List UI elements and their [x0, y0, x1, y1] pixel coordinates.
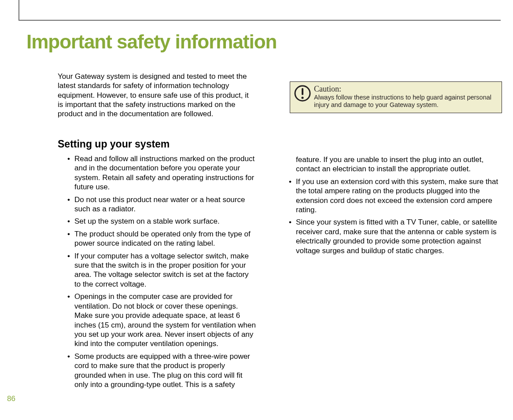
page-number: 86 — [7, 394, 15, 403]
list-item: If you use an extension cord with this s… — [289, 177, 503, 215]
list-item: Set up the system on a stable work surfa… — [67, 217, 257, 226]
svg-rect-1 — [302, 88, 303, 95]
list-item: Openings in the computer case are provid… — [67, 292, 257, 348]
list-item: Do not use this product near water or a … — [67, 195, 257, 214]
caution-body: Always follow these instructions to help… — [314, 94, 497, 109]
caution-label: Caution: — [314, 85, 497, 94]
list-item: If your computer has a voltage selector … — [67, 251, 257, 289]
left-bullet-list: Read and follow all instructions marked … — [67, 154, 257, 389]
right-column: feature. If you are unable to insert the… — [289, 155, 503, 258]
list-item: The product should be operated only from… — [67, 229, 257, 248]
list-item: Some products are equipped with a three-… — [67, 352, 257, 390]
top-rule — [18, 20, 501, 21]
continuation-text: feature. If you are unable to insert the… — [289, 155, 503, 174]
caution-text: Caution: Always follow these instruction… — [314, 85, 497, 109]
caution-box: Caution: Always follow these instruction… — [290, 81, 502, 113]
page-title: Important safety information — [26, 31, 277, 53]
list-item: Read and follow all instructions marked … — [67, 154, 257, 192]
caution-icon — [294, 85, 311, 102]
list-item: Since your system is fitted with a TV Tu… — [289, 217, 503, 255]
svg-point-2 — [301, 96, 303, 99]
left-column: Read and follow all instructions marked … — [67, 154, 257, 392]
side-rule — [18, 0, 19, 21]
intro-paragraph: Your Gateway system is designed and test… — [58, 72, 256, 118]
section-heading: Setting up your system — [58, 138, 170, 150]
right-bullet-list: If you use an extension cord with this s… — [289, 177, 503, 255]
document-page: Important safety information Your Gatewa… — [0, 0, 513, 420]
